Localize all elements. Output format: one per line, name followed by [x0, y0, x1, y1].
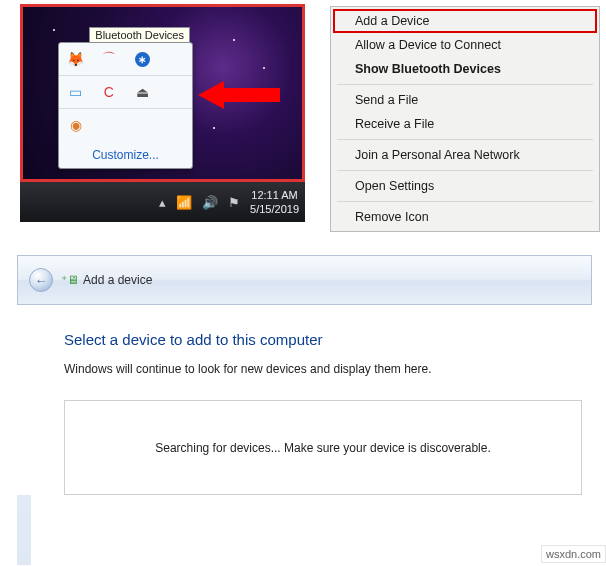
bluetooth-tooltip: Bluetooth Devices — [89, 27, 190, 43]
tray-chevron-icon[interactable]: ▴ — [159, 195, 166, 210]
taskbar-clock[interactable]: 12:11 AM 5/15/2019 — [250, 188, 299, 217]
tutorial-top-region: Bluetooth Devices 🦊 ⌒ ∗ ▭ C ⏏ ◉ Customiz… — [20, 4, 606, 232]
wizard-title-row: ⁺🖥 Add a device — [61, 273, 152, 287]
volume-icon[interactable]: 🔊 — [202, 195, 218, 210]
wizard-header: ← ⁺🖥 Add a device — [17, 255, 592, 305]
tray-empty — [159, 109, 192, 141]
fox-icon[interactable]: 🦊 — [59, 43, 92, 75]
menu-separator — [337, 170, 593, 171]
clock-date: 5/15/2019 — [250, 202, 299, 216]
airtel-icon[interactable]: ⌒ — [92, 43, 125, 75]
device-add-icon: ⁺🖥 — [61, 273, 79, 287]
menu-send-file[interactable]: Send a File — [333, 88, 597, 112]
tray-empty — [126, 109, 159, 141]
clock-time: 12:11 AM — [250, 188, 299, 202]
bluetooth-icon[interactable]: ∗ — [126, 43, 159, 75]
wizard-subtext: Windows will continue to look for new de… — [64, 362, 582, 376]
menu-join-pan[interactable]: Join a Personal Area Network — [333, 143, 597, 167]
customize-link[interactable]: Customize... — [59, 141, 192, 168]
menu-receive-file[interactable]: Receive a File — [333, 112, 597, 136]
bluetooth-context-menu: Add a Device Allow a Device to Connect S… — [330, 6, 600, 232]
tray-empty — [159, 43, 192, 75]
tray-icon-grid: 🦊 ⌒ ∗ ▭ C ⏏ ◉ — [59, 43, 192, 141]
tray-empty — [92, 109, 125, 141]
arrow-left-icon: ← — [35, 273, 48, 288]
menu-allow-connect[interactable]: Allow a Device to Connect — [333, 33, 597, 57]
wizard-title-text: Add a device — [83, 273, 152, 287]
taskbar: ▴ 📶 🔊 ⚑ 12:11 AM 5/15/2019 — [20, 182, 305, 222]
network-icon[interactable]: 📶 — [176, 195, 192, 210]
tray-overflow-popup: Bluetooth Devices 🦊 ⌒ ∗ ▭ C ⏏ ◉ Customiz… — [58, 42, 193, 169]
device-search-panel: Searching for devices... Make sure your … — [64, 400, 582, 495]
menu-separator — [337, 201, 593, 202]
ccleaner-icon[interactable]: C — [92, 76, 125, 108]
wizard-body: Select a device to add to this computer … — [17, 305, 592, 495]
menu-open-settings[interactable]: Open Settings — [333, 174, 597, 198]
add-device-wizard: ← ⁺🖥 Add a device Select a device to add… — [17, 255, 592, 495]
disc-icon[interactable]: ◉ — [59, 109, 92, 141]
tray-empty — [159, 76, 192, 108]
eject-icon[interactable]: ⏏ — [126, 76, 159, 108]
menu-remove-icon[interactable]: Remove Icon — [333, 205, 597, 229]
menu-show-devices[interactable]: Show Bluetooth Devices — [333, 57, 597, 81]
wizard-heading: Select a device to add to this computer — [64, 331, 582, 348]
back-button[interactable]: ← — [29, 268, 53, 292]
menu-add-device[interactable]: Add a Device — [333, 9, 597, 33]
battery-icon[interactable]: ▭ — [59, 76, 92, 108]
searching-text: Searching for devices... Make sure your … — [155, 441, 491, 455]
flag-icon[interactable]: ⚑ — [228, 195, 240, 210]
watermark: wsxdn.com — [541, 545, 606, 563]
menu-separator — [337, 84, 593, 85]
menu-separator — [337, 139, 593, 140]
